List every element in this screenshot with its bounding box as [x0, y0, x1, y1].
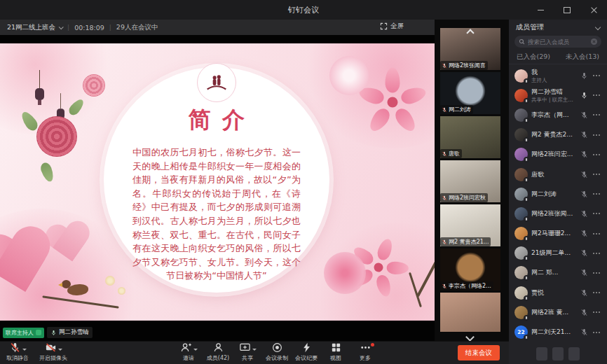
end-meeting-button[interactable]: 结束会议: [458, 345, 500, 360]
video-tile[interactable]: 网络2班张闻喜: [440, 28, 500, 70]
window-titlebar: 钉钉会议: [0, 0, 607, 20]
maximize-icon[interactable]: [559, 4, 575, 16]
chevron-down-icon[interactable]: [595, 24, 601, 29]
mic-icon[interactable]: [580, 171, 588, 178]
toolbar-button[interactable]: 会议纪要: [294, 343, 318, 362]
member-name: 网络2班闫宏...: [531, 150, 577, 159]
slide-body-text: 中国的农历七月初七，俗称七夕节。这一天的晚上相传是牛郎织女一年一度相会的佳期，当…: [132, 146, 301, 283]
search-input[interactable]: [528, 38, 588, 46]
person-plus-icon: [180, 342, 192, 356]
toolbar-button[interactable]: 视图: [324, 343, 348, 362]
magpie-bridge-couple-icon: [197, 63, 236, 102]
member-row[interactable]: 网2马珊珊2...: [509, 224, 607, 244]
more-options-icon[interactable]: [592, 289, 601, 296]
member-row[interactable]: 我 主持人: [509, 66, 607, 85]
active-speaker-pill: 网二孙雪晴: [47, 327, 93, 338]
window-title: 钉钉会议: [288, 5, 319, 15]
video-tile-label: 唐歌: [440, 149, 462, 158]
more-options-icon[interactable]: [592, 190, 601, 197]
member-row[interactable]: 22 网二刘天21...: [509, 322, 607, 342]
more-options-icon[interactable]: [592, 132, 601, 139]
avatar: 22: [514, 326, 528, 339]
blossom-decor: [324, 252, 366, 294]
toolbar-button[interactable]: 开启摄像头: [39, 343, 67, 362]
video-thumbnail-strip: 网络2班张闻喜 网二刘涛: [435, 28, 509, 341]
expand-icon: [380, 22, 388, 30]
mic-icon[interactable]: [580, 210, 588, 218]
toolbar-button[interactable]: 共享: [236, 343, 259, 362]
panel-header: 成员管理: [509, 20, 607, 34]
meeting-name-dropdown[interactable]: 21网二线上班会: [7, 23, 62, 32]
member-tab[interactable]: 已入会(29): [509, 50, 558, 64]
mic-status-badge-icon: [524, 78, 529, 84]
mic-icon[interactable]: [580, 289, 588, 297]
member-row[interactable]: 网络2班张闻...: [509, 204, 607, 223]
video-tile[interactable]: [440, 293, 500, 332]
toolbar-button[interactable]: 取消静音: [6, 343, 29, 362]
more-options-icon[interactable]: [592, 329, 601, 336]
video-tile[interactable]: 网络2班闫宏秋: [440, 160, 500, 202]
more-options-icon[interactable]: [592, 72, 601, 79]
toolbar-button[interactable]: 邀请: [177, 343, 200, 362]
clear-search-icon[interactable]: [591, 38, 597, 45]
mic-icon[interactable]: [580, 111, 588, 119]
member-info: 网络2班张闻...: [531, 209, 577, 218]
toolbar-button[interactable]: 会议录制: [265, 343, 289, 362]
member-role: 共享中 | 联席主持人: [531, 97, 577, 104]
chevron-up-icon[interactable]: [466, 29, 474, 36]
mic-status-badge-icon: [524, 98, 529, 104]
mic-icon[interactable]: [580, 150, 588, 158]
more-options-icon[interactable]: [592, 230, 601, 237]
minimize-icon[interactable]: [533, 4, 548, 16]
video-tile[interactable]: 李宗杰（网络2...: [440, 248, 500, 290]
mic-status-badge-icon: [524, 315, 529, 321]
video-tile[interactable]: 网二刘涛: [440, 72, 500, 114]
more-options-icon[interactable]: [592, 270, 601, 276]
more-options-icon[interactable]: [592, 309, 601, 316]
chevron-down-icon: [59, 24, 64, 29]
mic-icon[interactable]: [580, 131, 588, 139]
member-tab[interactable]: 未入会(13): [558, 50, 607, 64]
speaking-indicator: 联席主持人 网二孙雪晴: [3, 327, 93, 338]
toolbar-button[interactable]: 更多: [353, 343, 377, 362]
member-row[interactable]: 网二孙雪晴 共享中 | 联席主持人: [509, 85, 607, 105]
mic-icon[interactable]: [580, 249, 588, 257]
fullscreen-button[interactable]: 全屏: [380, 22, 404, 31]
toolbar-button[interactable]: 成员(42): [206, 343, 230, 362]
fullscreen-label: 全屏: [390, 22, 404, 31]
more-options-icon[interactable]: [592, 250, 601, 257]
member-row[interactable]: 网二 郑...: [509, 263, 607, 283]
panel-footer-button[interactable]: [552, 347, 564, 360]
close-icon[interactable]: [586, 4, 601, 16]
meeting-app-window: 钉钉会议 21网二线上班会 | 00:18:09 | 29人在会议中 全屏: [0, 0, 607, 364]
mic-icon[interactable]: [580, 269, 588, 276]
member-row[interactable]: 唐歌: [509, 164, 607, 184]
member-row[interactable]: 网2 黄贵杰2...: [509, 125, 607, 145]
mic-status-badge-icon: [524, 236, 529, 241]
member-row[interactable]: 贾悦: [509, 283, 607, 302]
mic-icon[interactable]: [580, 190, 588, 198]
member-row[interactable]: 网二刘涛: [509, 184, 607, 204]
mic-icon[interactable]: [580, 230, 588, 237]
more-options-icon[interactable]: [592, 210, 601, 217]
member-row[interactable]: 21级网二单...: [509, 244, 607, 263]
video-tile[interactable]: 网2 黄贵杰21...: [440, 204, 500, 246]
member-management-panel: 成员管理 已入会(29)未入会(13) 我 主持人: [509, 20, 607, 364]
more-options-icon[interactable]: [592, 92, 601, 99]
mic-icon[interactable]: [580, 309, 588, 316]
member-row[interactable]: 李宗杰（网...: [509, 105, 607, 125]
video-tile[interactable]: 唐歌: [440, 116, 500, 158]
caret-down-icon: [193, 349, 198, 351]
member-row[interactable]: 网络2班 黄...: [509, 302, 607, 322]
member-row[interactable]: 网络2班闫宏...: [509, 145, 607, 164]
more-options-icon[interactable]: [592, 111, 601, 118]
more-options-icon[interactable]: [592, 151, 601, 158]
mic-icon[interactable]: [580, 328, 588, 336]
chevron-down-icon[interactable]: [465, 332, 475, 342]
more-options-icon[interactable]: [592, 171, 601, 178]
mic-icon[interactable]: [580, 92, 588, 99]
mic-icon[interactable]: [580, 72, 588, 80]
panel-footer-button[interactable]: [568, 347, 580, 360]
panel-footer-button[interactable]: [536, 347, 547, 360]
video-tile-label: 网络2班张闻喜: [440, 61, 488, 70]
